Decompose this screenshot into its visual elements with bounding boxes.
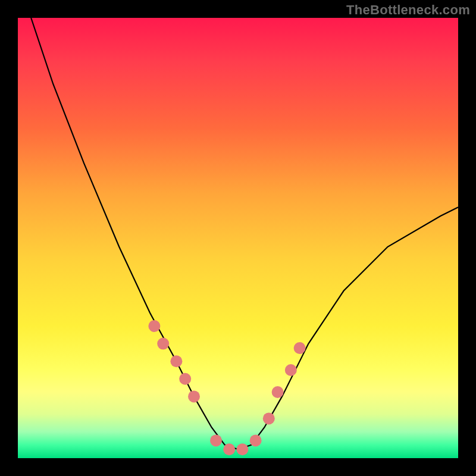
sample-dot — [210, 434, 222, 446]
sample-dot — [285, 364, 297, 376]
sample-dot — [170, 355, 182, 367]
sample-dot — [148, 320, 160, 332]
sample-dot — [157, 338, 169, 350]
sample-dots-group — [148, 320, 305, 455]
sample-dot — [188, 390, 200, 402]
chart-overlay-svg — [18, 18, 458, 458]
watermark-text: TheBottleneck.com — [346, 2, 470, 18]
sample-dot — [294, 342, 306, 354]
sample-dot — [236, 443, 248, 455]
sample-dot — [223, 443, 235, 455]
sample-dot — [272, 386, 284, 398]
sample-dot — [263, 412, 275, 424]
sample-dot — [250, 434, 262, 446]
sample-dot — [179, 373, 191, 385]
bottleneck-curve — [31, 18, 458, 449]
